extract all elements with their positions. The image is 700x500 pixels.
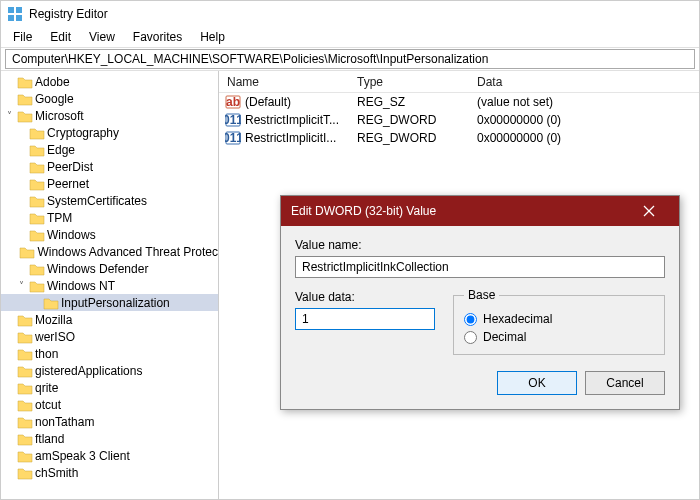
tree-item[interactable]: nonTatham [1,413,218,430]
folder-icon [19,245,35,259]
value-row[interactable]: 011RestrictImplicitI...REG_DWORD0x000000… [219,129,699,147]
close-icon[interactable] [629,196,669,226]
folder-icon [17,381,33,395]
folder-icon [17,398,33,412]
tree-item[interactable]: amSpeak 3 Client [1,447,218,464]
tree-item[interactable]: gisteredApplications [1,362,218,379]
tree-item[interactable]: werISO [1,328,218,345]
folder-icon [29,126,45,140]
radio-dec-label: Decimal [483,330,526,344]
value-row[interactable]: ab(Default)REG_SZ(value not set) [219,93,699,111]
tree-item[interactable]: TPM [1,209,218,226]
menu-file[interactable]: File [5,28,40,46]
cancel-button[interactable]: Cancel [585,371,665,395]
tree-item[interactable]: Windows [1,226,218,243]
folder-icon [29,211,45,225]
folder-icon [17,432,33,446]
radio-hex[interactable] [464,313,477,326]
folder-icon [17,330,33,344]
tree-item[interactable]: Edge [1,141,218,158]
svg-text:011: 011 [225,113,241,127]
folder-icon [17,313,33,327]
tree-item-label: Windows NT [47,279,115,293]
tree-item[interactable]: Peernet [1,175,218,192]
tree-item[interactable]: PeerDist [1,158,218,175]
tree-item-label: werISO [35,330,75,344]
folder-icon [29,228,45,242]
folder-icon [17,347,33,361]
twisty-icon: ˅ [15,280,27,291]
tree-item-label: Google [35,92,74,106]
tree-item[interactable]: Windows Defender [1,260,218,277]
menu-help[interactable]: Help [192,28,233,46]
tree-item-label: SystemCertificates [47,194,147,208]
folder-icon [29,279,45,293]
value-type-icon: 011 [225,112,241,128]
tree-item[interactable]: Windows Advanced Threat Protec [1,243,218,260]
folder-icon [29,177,45,191]
folder-icon [17,415,33,429]
tree-item[interactable]: SystemCertificates [1,192,218,209]
header-name[interactable]: Name [219,75,349,89]
folder-icon [17,449,33,463]
value-type: REG_SZ [349,95,469,109]
header-data[interactable]: Data [469,75,699,89]
base-legend: Base [464,288,499,302]
menubar: File Edit View Favorites Help [1,27,699,47]
folder-icon [17,109,33,123]
folder-icon [17,75,33,89]
tree-item-label: ftland [35,432,64,446]
tree-item[interactable]: ftland [1,430,218,447]
tree-item[interactable]: ˅Windows NT [1,277,218,294]
tree-item[interactable]: Mozilla [1,311,218,328]
tree-item[interactable]: thon [1,345,218,362]
tree-pane[interactable]: AdobeGoogle˅MicrosoftCryptographyEdgePee… [1,71,219,499]
address-input[interactable] [5,49,695,69]
dialog-body: Value name: Value data: Base Hexadecimal… [281,226,679,409]
value-data: 0x00000000 (0) [469,131,699,145]
addressbar [1,47,699,71]
folder-icon [17,364,33,378]
radio-hex-label: Hexadecimal [483,312,552,326]
tree-item-label: thon [35,347,58,361]
value-data: (value not set) [469,95,699,109]
header-type[interactable]: Type [349,75,469,89]
folder-icon [43,296,59,310]
tree-item-label: gisteredApplications [35,364,142,378]
tree-item[interactable]: qrite [1,379,218,396]
value-row[interactable]: 011RestrictImplicitT...REG_DWORD0x000000… [219,111,699,129]
value-name: (Default) [245,95,291,109]
tree-item[interactable]: ˅Microsoft [1,107,218,124]
tree-item-label: PeerDist [47,160,93,174]
menu-edit[interactable]: Edit [42,28,79,46]
menu-view[interactable]: View [81,28,123,46]
menu-favorites[interactable]: Favorites [125,28,190,46]
tree-item-label: Adobe [35,75,70,89]
tree-item[interactable]: Cryptography [1,124,218,141]
svg-text:ab: ab [226,95,240,109]
radio-dec[interactable] [464,331,477,344]
svg-rect-0 [8,7,14,13]
tree-item[interactable]: chSmith [1,464,218,481]
value-data-input[interactable] [295,308,435,330]
tree-item-label: Cryptography [47,126,119,140]
dialog-title-text: Edit DWORD (32-bit) Value [291,204,629,218]
tree-item-label: otcut [35,398,61,412]
folder-icon [29,194,45,208]
tree-item[interactable]: InputPersonalization [1,294,218,311]
value-name-input[interactable] [295,256,665,278]
tree-item-label: Windows Defender [47,262,148,276]
tree-item-label: nonTatham [35,415,94,429]
tree-item[interactable]: Google [1,90,218,107]
tree-item-label: Mozilla [35,313,72,327]
tree-item[interactable]: Adobe [1,73,218,90]
window-title: Registry Editor [29,7,693,21]
value-type-icon: 011 [225,130,241,146]
tree-item[interactable]: otcut [1,396,218,413]
value-name-label: Value name: [295,238,665,252]
tree-item-label: Edge [47,143,75,157]
svg-rect-1 [16,7,22,13]
value-name: RestrictImplicitI... [245,131,336,145]
ok-button[interactable]: OK [497,371,577,395]
folder-icon [29,143,45,157]
